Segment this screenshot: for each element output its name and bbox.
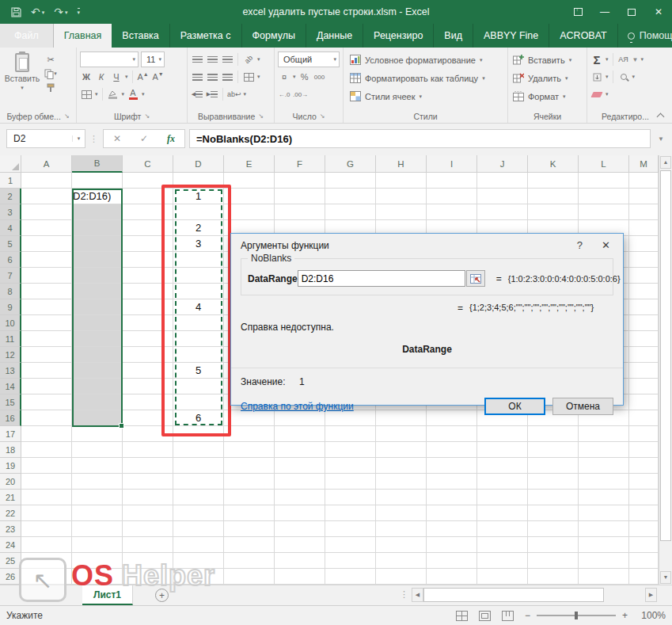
cell-E2[interactable] — [224, 189, 275, 204]
dialog-help-icon[interactable]: ? — [568, 239, 592, 251]
cell-A20[interactable] — [21, 474, 72, 490]
formula-input[interactable]: =NoBlanks(D2:D16) — [189, 129, 651, 148]
cell-D24[interactable] — [173, 537, 224, 553]
maximize-button[interactable] — [618, 0, 645, 24]
column-header-K[interactable]: K — [528, 155, 579, 173]
column-header-I[interactable]: I — [427, 155, 477, 173]
cell-G1[interactable] — [325, 173, 376, 189]
row-header-26[interactable]: 26 — [0, 569, 21, 585]
cell-I20[interactable] — [427, 474, 477, 490]
cell-C9[interactable] — [123, 299, 173, 315]
cell-B3[interactable] — [72, 204, 123, 220]
align-left-icon[interactable] — [191, 71, 203, 83]
cell-L24[interactable] — [579, 537, 629, 553]
cell-L21[interactable] — [579, 490, 629, 505]
comma-style-icon[interactable]: 000 — [313, 71, 326, 83]
cell-J20[interactable] — [477, 474, 528, 490]
cell-I3[interactable] — [427, 204, 477, 220]
orientation-icon[interactable]: ab — [242, 53, 255, 66]
row-header-10[interactable]: 10 — [0, 315, 21, 331]
cell-G18[interactable] — [325, 442, 376, 458]
cell-M5[interactable] — [629, 236, 659, 252]
horizontal-scrollbar[interactable]: ◀ ▶ — [412, 588, 657, 602]
cell-F23[interactable] — [275, 521, 325, 537]
expand-formula-bar-icon[interactable]: ▼ — [655, 135, 667, 143]
tell-me-help[interactable]: Помощь — [618, 24, 672, 48]
dialog-close-icon[interactable]: ✕ — [592, 239, 613, 251]
range-picker-button[interactable] — [466, 270, 485, 287]
cell-H20[interactable] — [376, 474, 427, 490]
cell-I22[interactable] — [427, 505, 477, 521]
row-header-25[interactable]: 25 — [0, 553, 21, 569]
cell-L1[interactable] — [579, 173, 629, 189]
cell-A18[interactable] — [21, 442, 72, 458]
cell-H26[interactable] — [376, 569, 427, 585]
row-header-1[interactable]: 1 — [0, 173, 21, 189]
cell-A17[interactable] — [21, 426, 72, 442]
decrease-font-icon[interactable]: А▼ — [152, 71, 165, 83]
cell-E25[interactable] — [224, 553, 275, 569]
scroll-up-icon[interactable]: ▲ — [660, 156, 671, 169]
function-help-link[interactable]: Справка по этой функции — [241, 401, 354, 412]
cell-C21[interactable] — [123, 490, 173, 505]
cell-B7[interactable] — [72, 268, 123, 284]
cell-E24[interactable] — [224, 537, 275, 553]
cell-B11[interactable] — [72, 331, 123, 347]
close-button[interactable]: ✕ — [645, 0, 672, 24]
cell-G26[interactable] — [325, 569, 376, 585]
cell-J24[interactable] — [477, 537, 528, 553]
cell-I21[interactable] — [427, 490, 477, 505]
decrease-indent-icon[interactable]: ◀ — [191, 88, 203, 101]
cell-E1[interactable] — [224, 173, 275, 189]
column-header-A[interactable]: A — [21, 155, 72, 173]
cell-A7[interactable] — [21, 268, 72, 284]
cell-F22[interactable] — [275, 505, 325, 521]
cell-J21[interactable] — [477, 490, 528, 505]
cell-M14[interactable] — [629, 379, 659, 394]
italic-button[interactable]: К — [95, 71, 108, 83]
delete-cells-button[interactable]: Удалить▾ — [513, 70, 571, 86]
bold-button[interactable]: Ж — [80, 71, 93, 83]
cell-C11[interactable] — [123, 331, 173, 347]
cell-G3[interactable] — [325, 204, 376, 220]
cell-G23[interactable] — [325, 521, 376, 537]
cell-K3[interactable] — [528, 204, 579, 220]
cell-K21[interactable] — [528, 490, 579, 505]
increase-decimal-icon[interactable]: ←.0 — [278, 88, 290, 101]
cell-J25[interactable] — [477, 553, 528, 569]
cell-M21[interactable] — [629, 490, 659, 505]
column-header-M[interactable]: M — [629, 155, 659, 173]
cell-K18[interactable] — [528, 442, 579, 458]
zoom-in-icon[interactable]: + — [622, 610, 628, 621]
cell-A9[interactable] — [21, 299, 72, 315]
cell-D20[interactable] — [173, 474, 224, 490]
cell-F1[interactable] — [275, 173, 325, 189]
cell-C5[interactable] — [123, 236, 173, 252]
redo-icon[interactable]: ↷▾ — [54, 6, 67, 17]
cell-M24[interactable] — [629, 537, 659, 553]
row-header-22[interactable]: 22 — [0, 505, 21, 521]
cell-G25[interactable] — [325, 553, 376, 569]
cell-M4[interactable] — [629, 220, 659, 236]
cell-C23[interactable] — [123, 521, 173, 537]
cell-B25[interactable] — [72, 553, 123, 569]
cell-D7[interactable] — [173, 268, 224, 284]
page-layout-view-icon[interactable] — [479, 611, 491, 621]
tab-Рецензиро[interactable]: Рецензиро — [363, 24, 434, 48]
row-header-8[interactable]: 8 — [0, 284, 21, 299]
cell-K26[interactable] — [528, 569, 579, 585]
cell-D11[interactable] — [173, 331, 224, 347]
cell-H2[interactable] — [376, 189, 427, 204]
cell-H25[interactable] — [376, 553, 427, 569]
tab-Главная[interactable]: Главная — [54, 24, 112, 48]
cell-D6[interactable] — [173, 252, 224, 268]
scroll-left-icon[interactable]: ◀ — [412, 588, 423, 602]
cell-B17[interactable] — [72, 426, 123, 442]
cell-E22[interactable] — [224, 505, 275, 521]
cell-C10[interactable] — [123, 315, 173, 331]
cell-B8[interactable] — [72, 284, 123, 299]
column-header-D[interactable]: D — [173, 155, 224, 173]
font-name-combo[interactable]: ▾ — [80, 51, 139, 67]
cell-K2[interactable] — [528, 189, 579, 204]
cell-D12[interactable] — [173, 347, 224, 363]
